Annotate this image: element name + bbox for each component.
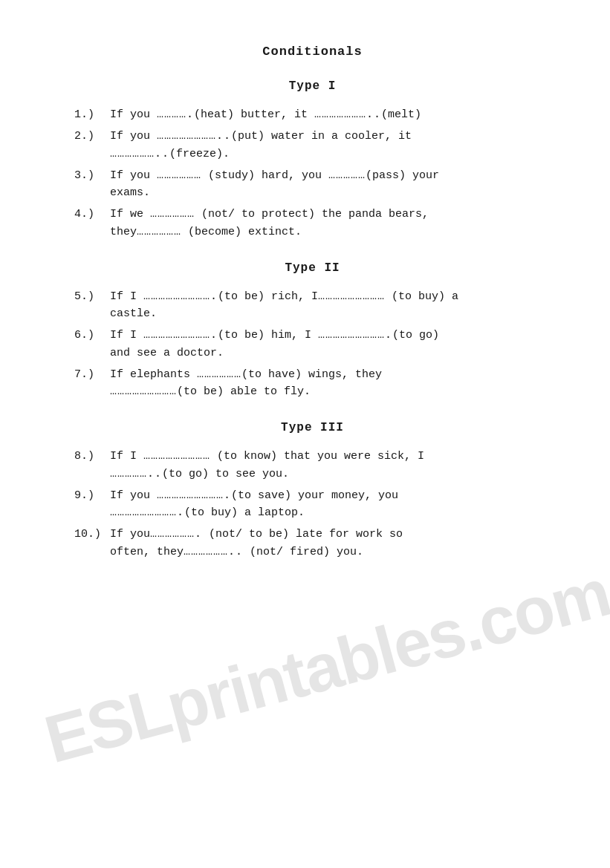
list-item: 5.) If I ……………………….(to be) rich, I………………… <box>74 288 551 323</box>
section-type1: Type I 1.) If you ………….(heat) butter, it… <box>74 79 551 241</box>
list-item: 4.) If we ……………… (not/ to protect) the p… <box>74 206 551 241</box>
section-title-type2: Type II <box>74 261 551 275</box>
item-number: 6.) <box>74 327 110 362</box>
item-text: If I ……………………….(to be) him, I ……………………….… <box>110 327 551 344</box>
item-text: If I ……………………… (to know) that you were s… <box>110 448 551 465</box>
item-number: 5.) <box>74 288 110 323</box>
list-item: 6.) If I ……………………….(to be) him, I ………………… <box>74 327 551 362</box>
section-type2: Type II 5.) If I ……………………….(to be) rich,… <box>74 261 551 401</box>
item-text: If I ……………………….(to be) rich, I……………………… … <box>110 288 551 305</box>
item-text-cont: castle. <box>110 305 551 322</box>
page: Conditionals Type I 1.) If you ………….(hea… <box>0 0 610 868</box>
item-text-cont: exams. <box>110 184 551 201</box>
item-number: 3.) <box>74 167 110 202</box>
item-text-cont: ………………..(freeze). <box>110 146 551 163</box>
section-type3: Type III 8.) If I ……………………… (to know) th… <box>74 421 551 561</box>
item-text: If you ……………………….(to save) your money, y… <box>110 487 551 504</box>
item-text-cont: ……………………….(to buy) a laptop. <box>110 504 551 521</box>
item-number: 2.) <box>74 128 110 163</box>
section-title-type3: Type III <box>74 421 551 434</box>
list-item: 10.) If you………………. (not/ to be) late for… <box>74 526 551 561</box>
item-text-cont: they……………… (become) extinct. <box>110 223 551 241</box>
item-number: 10.) <box>74 526 110 561</box>
page-title: Conditionals <box>74 45 551 59</box>
item-text-cont: ……………..(to go) to see you. <box>110 466 551 483</box>
list-item: 9.) If you ……………………….(to save) your mone… <box>74 487 551 522</box>
list-item: 3.) If you ……………… (study) hard, you …………… <box>74 167 551 202</box>
item-text: If you ………….(heat) butter, it …………………..(… <box>110 106 551 123</box>
item-text: If elephants ………………(to have) wings, they <box>110 366 551 383</box>
list-item: 8.) If I ……………………… (to know) that you we… <box>74 448 551 483</box>
item-number: 1.) <box>74 106 110 123</box>
item-text: If you ……………………..(put) water in a cooler… <box>110 128 551 145</box>
watermark: ESLprintables.com <box>37 555 610 779</box>
item-text: If you………………. (not/ to be) late for work… <box>110 526 551 543</box>
item-number: 8.) <box>74 448 110 483</box>
item-number: 4.) <box>74 206 110 241</box>
list-item: 2.) If you ……………………..(put) water in a co… <box>74 128 551 163</box>
item-number: 9.) <box>74 487 110 522</box>
list-item: 1.) If you ………….(heat) butter, it ………………… <box>74 106 551 123</box>
item-text: If you ……………… (study) hard, you ……………(pa… <box>110 167 551 184</box>
item-text-cont: often, they……………….. (not/ fired) you. <box>110 544 551 561</box>
item-text-cont: ………………………(to be) able to fly. <box>110 383 551 400</box>
list-item: 7.) If elephants ………………(to have) wings, … <box>74 366 551 401</box>
item-text: If we ……………… (not/ to protect) the panda… <box>110 206 551 223</box>
item-text-cont: and see a doctor. <box>110 345 551 362</box>
section-title-type1: Type I <box>74 79 551 93</box>
item-number: 7.) <box>74 366 110 401</box>
